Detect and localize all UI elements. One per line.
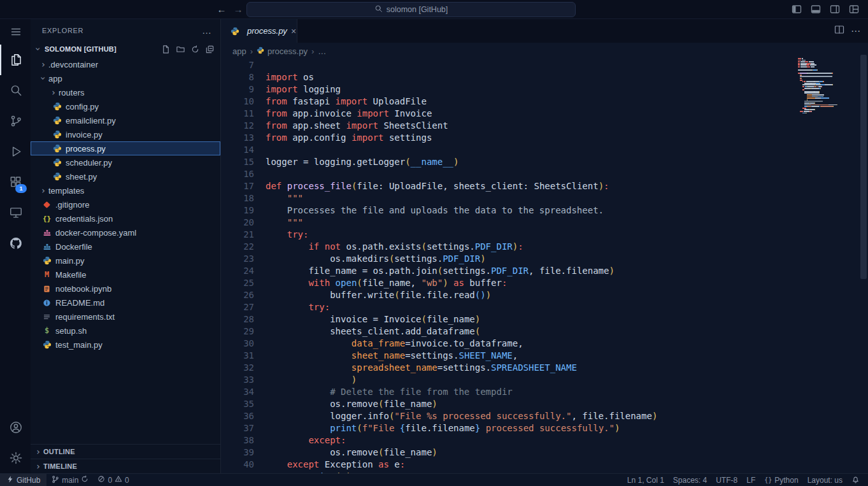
code-line-38[interactable]: 38 except: xyxy=(221,434,868,447)
file-tree-item-scheduler.py[interactable]: scheduler.py xyxy=(31,155,220,169)
account-button[interactable] xyxy=(0,412,31,443)
minimap[interactable] xyxy=(798,56,857,114)
code-line-39[interactable]: 39 os.remove(file_name) xyxy=(221,447,868,459)
file-tree-item-requirements.txt[interactable]: requirements.txt xyxy=(31,310,220,324)
explorer-more-actions-icon[interactable]: … xyxy=(202,27,211,34)
file-tree-item-invoice.py[interactable]: invoice.py xyxy=(31,127,220,141)
sidebar-item-run-debug[interactable] xyxy=(0,136,31,167)
code-line-36[interactable]: 36 logger.info("File %s processed succes… xyxy=(221,410,868,422)
code-line-18[interactable]: 18 """ xyxy=(221,192,868,204)
code-line-14[interactable]: 14 xyxy=(221,144,868,156)
code-line-20[interactable]: 20 """ xyxy=(221,217,868,229)
code-line-30[interactable]: 30 data_frame=invoice.to_dataframe, xyxy=(221,338,868,350)
tab-process-py[interactable]: process.py × xyxy=(221,19,297,43)
code-line-32[interactable]: 32 spreadsheet_name=settings.SPREADSHEET… xyxy=(221,362,868,374)
file-tree-item-config.py[interactable]: config.py xyxy=(31,99,220,113)
back-button[interactable]: ← xyxy=(213,3,230,17)
toggle-panel-bottom-button[interactable] xyxy=(808,3,823,17)
code-line-40[interactable]: 40 except Exception as e: xyxy=(221,459,868,471)
code-line-10[interactable]: 10from fastapi import UploadFile xyxy=(221,96,868,108)
customize-layout-button[interactable] xyxy=(846,3,862,17)
timeline-section[interactable]: › TIMELINE xyxy=(31,459,220,473)
refresh-button[interactable] xyxy=(189,43,202,56)
sync-icon[interactable] xyxy=(81,475,89,485)
file-tree-item-docker-compose.yaml[interactable]: docker-compose.yaml xyxy=(31,225,220,239)
keyboard-layout-indicator[interactable]: Layout: us xyxy=(803,474,847,486)
code-line-29[interactable]: 29 sheets_client.add_dataframe( xyxy=(221,325,868,338)
code-line-28[interactable]: 28 invoice = Invoice(file_name) xyxy=(221,313,868,325)
code-line-37[interactable]: 37 print(f"File {file.filename} processe… xyxy=(221,422,868,434)
file-tree-item-.devcontainer[interactable]: ›.devcontainer xyxy=(31,57,220,71)
cursor-position[interactable]: Ln 1, Col 1 xyxy=(623,474,669,486)
outline-section[interactable]: › OUTLINE xyxy=(31,444,220,459)
workspace-section-header[interactable]: › SOLOMON [GITHUB] xyxy=(31,41,220,57)
code-line-17[interactable]: 17def process_file(file: UploadFile, she… xyxy=(221,180,868,192)
code-line-9[interactable]: 9import logging xyxy=(221,83,868,96)
file-tree-item-emailclient.py[interactable]: emailclient.py xyxy=(31,113,220,127)
code-line-25[interactable]: 25 with open(file_name, "wb") as buffer: xyxy=(221,277,868,289)
toggle-sidebar-right-button[interactable] xyxy=(827,3,843,17)
file-tree-item-main.py[interactable]: main.py xyxy=(31,254,220,268)
file-tree-item-Makefile[interactable]: MMakefile xyxy=(31,268,220,282)
remote-indicator[interactable]: GitHub xyxy=(0,474,46,486)
code-line-8[interactable]: 8import os xyxy=(221,71,868,83)
language-indicator[interactable]: {} Python xyxy=(760,474,802,486)
eol-indicator[interactable]: LF xyxy=(742,474,760,486)
scrollbar-thumb[interactable] xyxy=(860,55,867,279)
file-tree-item-.gitignore[interactable]: .gitignore xyxy=(31,197,220,211)
code-editor[interactable]: 78import os9import logging10from fastapi… xyxy=(221,59,868,473)
file-tree-item-process.py[interactable]: process.py xyxy=(31,141,220,155)
code-line-15[interactable]: 15logger = logging.getLogger(__name__) xyxy=(221,156,868,168)
sidebar-item-extensions[interactable]: 1 xyxy=(0,167,31,197)
code-line-7[interactable]: 7 xyxy=(221,59,868,71)
code-line-11[interactable]: 11from app.invoice import Invoice xyxy=(221,108,868,120)
code-line-21[interactable]: 21 try: xyxy=(221,229,868,241)
split-editor-icon[interactable] xyxy=(834,25,844,37)
forward-button[interactable]: → xyxy=(230,3,246,17)
editor-more-actions-icon[interactable]: ⋯ xyxy=(851,25,860,37)
file-tree-item-credentials.json[interactable]: {}credentials.json xyxy=(31,211,220,225)
toggle-sidebar-left-button[interactable] xyxy=(789,3,804,17)
sidebar-item-search[interactable] xyxy=(0,75,31,106)
close-tab-icon[interactable]: × xyxy=(291,25,296,37)
code-line-22[interactable]: 22 if not os.path.exists(settings.PDF_DI… xyxy=(221,241,868,253)
file-tree-item-Dockerfile[interactable]: Dockerfile xyxy=(31,239,220,254)
menu-button[interactable] xyxy=(0,19,31,45)
file-tree-item-setup.sh[interactable]: $setup.sh xyxy=(31,324,220,338)
code-line-41[interactable]: 41 print(e) xyxy=(221,471,868,473)
sidebar-item-remote-explorer[interactable] xyxy=(0,197,31,228)
problems-indicator[interactable]: 0 0 xyxy=(93,474,133,486)
code-line-27[interactable]: 27 try: xyxy=(221,301,868,313)
code-line-26[interactable]: 26 buffer.write(file.file.read()) xyxy=(221,289,868,301)
file-tree-item-notebook.ipynb[interactable]: notebook.ipynb xyxy=(31,282,220,296)
file-tree-item-test_main.py[interactable]: test_main.py xyxy=(31,338,220,352)
code-line-16[interactable]: 16 xyxy=(221,168,868,180)
file-tree-item-routers[interactable]: ›routers xyxy=(31,85,220,99)
editor-scrollbar[interactable] xyxy=(859,43,868,473)
new-file-button[interactable] xyxy=(159,43,173,56)
notifications-button[interactable] xyxy=(847,474,864,486)
encoding-indicator[interactable]: UTF-8 xyxy=(711,474,742,486)
breadcrumb-file[interactable]: process.py xyxy=(257,46,308,56)
code-line-34[interactable]: 34 # Delete the file from the tempdir xyxy=(221,386,868,398)
sidebar-item-explorer[interactable] xyxy=(0,45,31,75)
indentation-indicator[interactable]: Spaces: 4 xyxy=(669,474,711,486)
sidebar-item-github[interactable] xyxy=(0,228,31,259)
collapse-folders-button[interactable] xyxy=(203,43,217,56)
settings-button[interactable] xyxy=(0,443,31,473)
sidebar-item-source-control[interactable] xyxy=(0,106,31,136)
code-line-23[interactable]: 23 os.makedirs(settings.PDF_DIR) xyxy=(221,253,868,265)
file-tree-item-app[interactable]: ›app xyxy=(31,71,220,85)
code-line-19[interactable]: 19 Processes the file and uploads the da… xyxy=(221,204,868,217)
code-line-13[interactable]: 13from app.config import settings xyxy=(221,132,868,144)
breadcrumb-more[interactable]: … xyxy=(318,46,326,56)
command-center-search[interactable]: solomon [GitHub] xyxy=(246,2,576,17)
code-line-33[interactable]: 33 ) xyxy=(221,374,868,386)
file-tree-item-README.md[interactable]: README.md xyxy=(31,296,220,310)
branch-indicator[interactable]: main xyxy=(46,474,93,486)
code-line-12[interactable]: 12from app.sheet import SheetsClient xyxy=(221,120,868,132)
code-line-31[interactable]: 31 sheet_name=settings.SHEET_NAME, xyxy=(221,350,868,362)
code-line-35[interactable]: 35 os.remove(file_name) xyxy=(221,398,868,410)
breadcrumb-app[interactable]: app xyxy=(232,46,246,56)
file-tree-item-sheet.py[interactable]: sheet.py xyxy=(31,169,220,183)
